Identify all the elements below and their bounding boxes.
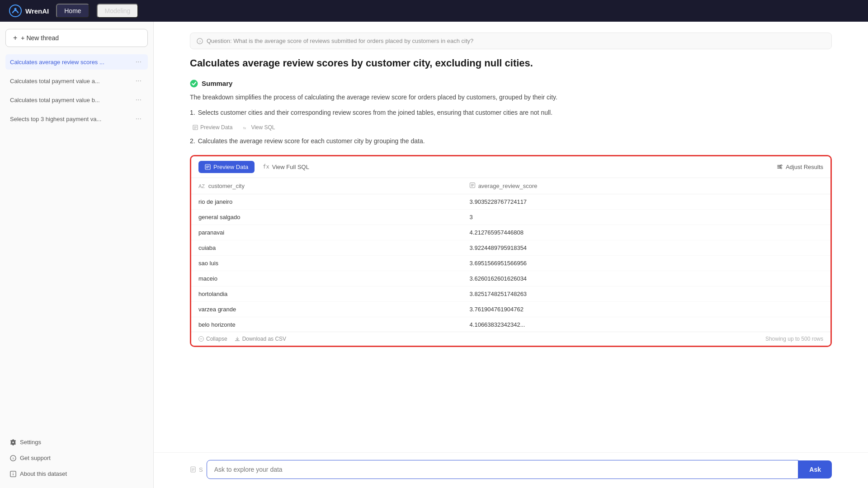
svg-point-19	[780, 165, 782, 166]
table-row: paranavai 4.212765957446808	[191, 225, 830, 240]
cell-city: cuiaba	[191, 240, 462, 255]
col-header-city: AZ customer_city	[191, 178, 462, 194]
step-1-num: 1.	[190, 108, 195, 117]
sidebar-item-label-1: Calculates total payment value a...	[10, 78, 134, 84]
table-row: varzea grande 3.761904761904762	[191, 301, 830, 317]
preview-data-tab[interactable]: Preview Data	[198, 161, 255, 173]
sidebar-item-dots-2[interactable]: ···	[134, 96, 143, 104]
summary-label: Summary	[202, 80, 232, 87]
table-row: general salgado 3	[191, 209, 830, 225]
logo-area: WrenAI	[9, 5, 49, 17]
view-sql-button-1[interactable]: fx View SQL	[241, 122, 278, 132]
sidebar-item-dots-1[interactable]: ···	[134, 77, 143, 85]
cell-score: 3.761904761904762	[462, 301, 830, 317]
sidebar-item-label-3: Selects top 3 highest payment va...	[10, 116, 134, 122]
sidebar-item-label-2: Calculates total payment value b...	[10, 97, 134, 103]
preview-icon-1	[193, 125, 198, 130]
step-1-text: Selects customer cities and their corres…	[198, 108, 552, 117]
ask-input[interactable]	[207, 460, 799, 479]
view-sql-label-1: View SQL	[251, 124, 275, 131]
sidebar-item-label-0: Calculates average review scores ...	[10, 59, 134, 66]
adjust-icon	[777, 164, 783, 170]
summary-header: Summary	[190, 80, 832, 88]
table-row: hortolandia 3.8251748251748263	[191, 286, 830, 301]
nav-tab-modeling[interactable]: Modeling	[97, 4, 139, 18]
step-1: 1. Selects customer cities and their cor…	[190, 108, 832, 117]
svg-point-21	[780, 168, 782, 169]
summary-section: Summary The breakdown simplifies the pro…	[190, 80, 832, 146]
sidebar-item-3[interactable]: Selects top 3 highest payment va... ···	[5, 111, 148, 127]
download-label: Download as CSV	[242, 336, 286, 342]
cell-city: rio de janeiro	[191, 194, 462, 209]
cell-city: general salgado	[191, 209, 462, 225]
cell-score: 3.9224489795918354	[462, 240, 830, 255]
collapse-label: Collapse	[206, 336, 227, 342]
col-header-score: average_review_score	[462, 178, 830, 194]
info-icon	[10, 471, 16, 477]
card-tabs: Preview Data fx View Full SQL	[198, 161, 316, 173]
text-col-icon: AZ	[198, 183, 205, 189]
col-city-label: customer_city	[208, 183, 245, 189]
get-support-item[interactable]: ? Get support	[5, 451, 148, 465]
table-row: rio de janeiro 3.9035228767724117	[191, 194, 830, 209]
new-thread-label: + New thread	[21, 34, 59, 42]
svg-point-20	[779, 166, 781, 168]
cell-score: 4.212765957446808	[462, 225, 830, 240]
sidebar-item-0[interactable]: Calculates average review scores ... ···	[5, 54, 148, 70]
nav-tab-home[interactable]: Home	[56, 4, 89, 18]
input-prefix: S	[190, 466, 203, 473]
plus-icon: +	[13, 34, 17, 42]
input-prefix-label: S	[199, 466, 203, 473]
svg-point-9	[190, 80, 198, 87]
check-circle-icon	[190, 80, 198, 88]
footer-actions: Collapse Download as CSV	[198, 336, 286, 342]
settings-item[interactable]: Settings	[5, 435, 148, 449]
num-col-icon	[470, 183, 476, 189]
svg-point-1	[14, 8, 17, 10]
step-2: 2. Calculates the average review score f…	[190, 136, 832, 146]
step-2-num: 2.	[190, 136, 195, 146]
table-row: sao luis 3.6951566951566956	[191, 255, 830, 271]
question-icon: ?	[197, 38, 203, 44]
preview-data-tab-label: Preview Data	[213, 164, 248, 170]
sidebar-item-2[interactable]: Calculates total payment value b... ···	[5, 92, 148, 108]
svg-text:fx: fx	[243, 126, 246, 130]
cell-city: hortolandia	[191, 286, 462, 301]
get-support-label: Get support	[20, 455, 51, 461]
about-dataset-label: About this dataset	[20, 470, 67, 477]
adjust-results-label: Adjust Results	[786, 164, 823, 170]
svg-text:?: ?	[12, 456, 14, 460]
sql-icon-1: fx	[243, 125, 249, 130]
ask-button[interactable]: Ask	[798, 460, 832, 479]
sidebar-item-dots-0[interactable]: ···	[134, 58, 143, 66]
gear-icon	[10, 439, 16, 446]
wrenai-logo-icon	[9, 5, 22, 17]
new-thread-button[interactable]: + + New thread	[5, 29, 148, 47]
cell-city: maceio	[191, 271, 462, 286]
download-icon	[235, 336, 240, 342]
svg-point-6	[13, 472, 13, 473]
sql-tab-prefix: fx	[263, 164, 269, 170]
content-area: ? Question: What is the average score of…	[154, 22, 868, 488]
cell-score: 3.6260162601626034	[462, 271, 830, 286]
cell-score: 3.9035228767724117	[462, 194, 830, 209]
table-row: cuiaba 3.9224489795918354	[191, 240, 830, 255]
main-title: Calculates average review scores by cust…	[190, 56, 832, 70]
download-csv-button[interactable]: Download as CSV	[235, 336, 286, 342]
sidebar-item-dots-3[interactable]: ···	[134, 115, 143, 123]
settings-label: Settings	[20, 439, 41, 446]
sidebar-item-1[interactable]: Calculates total payment value a... ···	[5, 73, 148, 89]
topnav: WrenAI Home Modeling	[0, 0, 868, 22]
adjust-results-button[interactable]: Adjust Results	[777, 164, 823, 170]
collapse-button[interactable]: Collapse	[198, 336, 227, 342]
summary-text: The breakdown simplifies the process of …	[190, 92, 832, 102]
cell-city: varzea grande	[191, 301, 462, 317]
question-text: Question: What is the average score of r…	[207, 38, 473, 44]
data-card-header: Preview Data fx View Full SQL Adjust Res…	[191, 156, 830, 178]
view-sql-tab[interactable]: fx View Full SQL	[256, 161, 316, 173]
content-scroll: ? Question: What is the average score of…	[154, 22, 868, 452]
about-dataset-item[interactable]: About this dataset	[5, 467, 148, 481]
data-card: Preview Data fx View Full SQL Adjust Res…	[190, 155, 832, 347]
input-area: S Ask	[154, 452, 868, 488]
preview-data-button-1[interactable]: Preview Data	[190, 122, 235, 132]
